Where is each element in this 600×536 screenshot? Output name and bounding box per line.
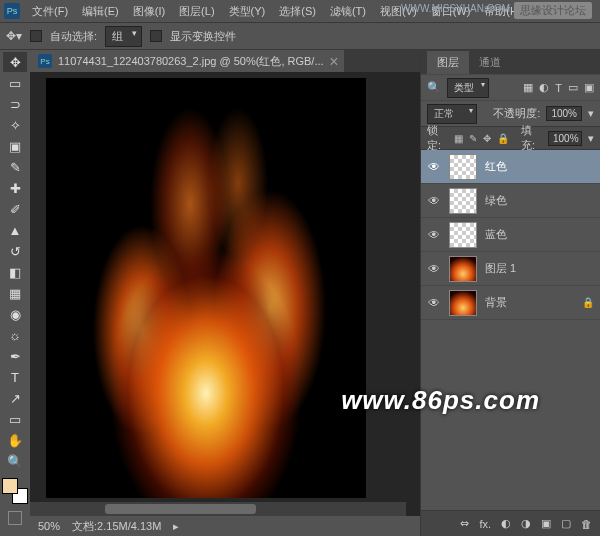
menu-filter[interactable]: 滤镜(T) (324, 2, 372, 21)
layer-thumbnail[interactable] (449, 222, 477, 248)
canvas-viewport[interactable] (30, 72, 420, 502)
lasso-tool[interactable]: ⊃ (3, 94, 27, 114)
path-tool[interactable]: ↗ (3, 388, 27, 408)
type-tool[interactable]: T (3, 367, 27, 387)
horizontal-scrollbar[interactable] (30, 502, 406, 516)
stamp-tool[interactable]: ▲ (3, 220, 27, 240)
zoom-tool[interactable]: 🔍 (3, 451, 27, 471)
zoom-level[interactable]: 50% (38, 520, 60, 532)
group-icon[interactable]: ▣ (541, 517, 551, 530)
layer-name[interactable]: 图层 1 (485, 261, 516, 276)
layer-name[interactable]: 红色 (485, 159, 507, 174)
layer-name[interactable]: 绿色 (485, 193, 507, 208)
filter-shape-icon[interactable]: ▭ (568, 81, 578, 94)
history-brush-tool[interactable]: ↺ (3, 241, 27, 261)
menu-select[interactable]: 选择(S) (273, 2, 322, 21)
filter-pix-icon[interactable]: ▦ (523, 81, 533, 94)
layer-thumbnail[interactable] (449, 256, 477, 282)
link-layers-icon[interactable]: ⇔ (460, 517, 469, 530)
color-swatches[interactable] (2, 478, 28, 504)
filter-row: 🔍 类型 ▦ ◐ T ▭ ▣ (421, 74, 600, 100)
layer-row[interactable]: 👁红色 (421, 150, 600, 184)
opacity-flyout-icon[interactable]: ▾ (588, 107, 594, 120)
fill-flyout-icon[interactable]: ▾ (588, 132, 594, 145)
brush-tool[interactable]: ✐ (3, 199, 27, 219)
status-arrow-icon[interactable]: ▸ (173, 520, 179, 533)
lock-all-icon[interactable]: 🔒 (497, 133, 509, 144)
pen-tool[interactable]: ✒ (3, 346, 27, 366)
move-tool-icon: ✥▾ (6, 29, 22, 43)
layers-panel: 图层 通道 🔍 类型 ▦ ◐ T ▭ ▣ 正常 不透明度: 100% ▾ 锁定:… (420, 50, 600, 536)
menu-edit[interactable]: 编辑(E) (76, 2, 125, 21)
layer-thumbnail[interactable] (449, 154, 477, 180)
heal-tool[interactable]: ✚ (3, 178, 27, 198)
visibility-icon[interactable]: 👁 (427, 194, 441, 208)
menu-layer[interactable]: 图层(L) (173, 2, 220, 21)
trash-icon[interactable]: 🗑 (581, 518, 592, 530)
layer-fx-icon[interactable]: fx. (479, 518, 491, 530)
opacity-input[interactable]: 100% (546, 106, 582, 121)
show-transform-checkbox[interactable] (150, 30, 162, 42)
flame-content (46, 78, 366, 498)
filter-smart-icon[interactable]: ▣ (584, 81, 594, 94)
layer-row[interactable]: 👁背景🔒 (421, 286, 600, 320)
quickmask-toggle[interactable] (8, 511, 22, 525)
menu-image[interactable]: 图像(I) (127, 2, 171, 21)
layer-row[interactable]: 👁蓝色 (421, 218, 600, 252)
lock-label: 锁定: (427, 123, 448, 153)
blend-mode-dropdown[interactable]: 正常 (427, 104, 477, 124)
doc-info: 文档:2.15M/4.13M (72, 519, 161, 534)
auto-select-dropdown[interactable]: 组 (105, 26, 142, 47)
eyedropper-tool[interactable]: ✎ (3, 157, 27, 177)
new-layer-icon[interactable]: ▢ (561, 517, 571, 530)
hand-tool[interactable]: ✋ (3, 430, 27, 450)
header-forum: 思缘设计论坛 (514, 2, 592, 19)
visibility-icon[interactable]: 👁 (427, 160, 441, 174)
layer-thumbnail[interactable] (449, 290, 477, 316)
lock-row: 锁定: ▦ ✎ ✥ 🔒 填充: 100% ▾ (421, 126, 600, 150)
layer-mask-icon[interactable]: ◐ (501, 517, 511, 530)
document-tab-strip: Ps 11074431_122403780263_2.jpg @ 50%(红色,… (30, 50, 420, 72)
tool-palette: ✥ ▭ ⊃ ✧ ▣ ✎ ✚ ✐ ▲ ↺ ◧ ▦ ◉ ☼ ✒ T ↗ ▭ ✋ 🔍 (0, 50, 30, 536)
tab-layers[interactable]: 图层 (427, 51, 469, 74)
fg-color-swatch[interactable] (2, 478, 18, 494)
panel-footer: ⇔ fx. ◐ ◑ ▣ ▢ 🗑 (421, 510, 600, 536)
menu-file[interactable]: 文件(F) (26, 2, 74, 21)
visibility-icon[interactable]: 👁 (427, 296, 441, 310)
close-tab-icon[interactable]: × (324, 53, 343, 71)
filter-type-icon[interactable]: T (555, 82, 562, 94)
dodge-tool[interactable]: ☼ (3, 325, 27, 345)
layer-name[interactable]: 背景 (485, 295, 507, 310)
lock-pix-icon[interactable]: ✎ (469, 133, 477, 144)
opacity-label: 不透明度: (493, 106, 540, 121)
document-tab[interactable]: Ps 11074431_122403780263_2.jpg @ 50%(红色,… (30, 50, 344, 72)
auto-select-checkbox[interactable] (30, 30, 42, 42)
menu-type[interactable]: 类型(Y) (223, 2, 272, 21)
document-image (46, 78, 366, 498)
layer-name[interactable]: 蓝色 (485, 227, 507, 242)
lock-trans-icon[interactable]: ▦ (454, 133, 463, 144)
marquee-tool[interactable]: ▭ (3, 73, 27, 93)
layer-row[interactable]: 👁图层 1 (421, 252, 600, 286)
shape-tool[interactable]: ▭ (3, 409, 27, 429)
menu-bar: Ps 文件(F) 编辑(E) 图像(I) 图层(L) 类型(Y) 选择(S) 滤… (0, 0, 600, 22)
visibility-icon[interactable]: 👁 (427, 228, 441, 242)
ps-doc-icon: Ps (38, 54, 52, 68)
layer-list: 👁红色👁绿色👁蓝色👁图层 1👁背景🔒 (421, 150, 600, 510)
filter-adj-icon[interactable]: ◐ (539, 81, 549, 94)
lock-pos-icon[interactable]: ✥ (483, 133, 491, 144)
canvas-area: Ps 11074431_122403780263_2.jpg @ 50%(红色,… (30, 50, 420, 536)
fill-input[interactable]: 100% (548, 131, 582, 146)
eraser-tool[interactable]: ◧ (3, 262, 27, 282)
adjustment-layer-icon[interactable]: ◑ (521, 517, 531, 530)
layer-thumbnail[interactable] (449, 188, 477, 214)
move-tool[interactable]: ✥ (3, 52, 27, 72)
tab-channels[interactable]: 通道 (469, 51, 511, 74)
filter-kind-dropdown[interactable]: 类型 (447, 78, 489, 98)
blur-tool[interactable]: ◉ (3, 304, 27, 324)
wand-tool[interactable]: ✧ (3, 115, 27, 135)
layer-row[interactable]: 👁绿色 (421, 184, 600, 218)
visibility-icon[interactable]: 👁 (427, 262, 441, 276)
crop-tool[interactable]: ▣ (3, 136, 27, 156)
gradient-tool[interactable]: ▦ (3, 283, 27, 303)
